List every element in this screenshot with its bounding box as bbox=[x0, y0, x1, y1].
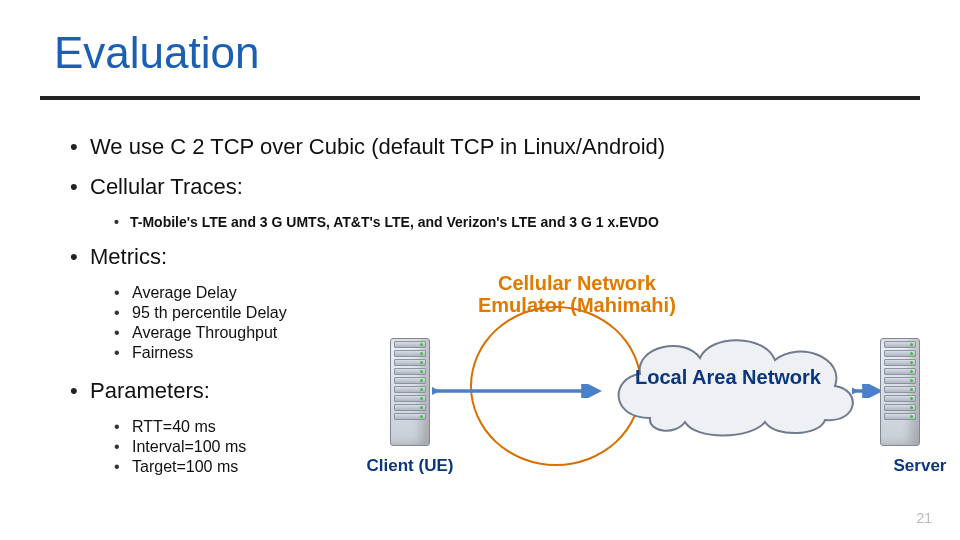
bullet-1-text: We use C 2 TCP over Cubic (default TCP i… bbox=[90, 134, 665, 159]
bullet-3: •Metrics: bbox=[70, 244, 920, 270]
bullet-dot-icon: • bbox=[114, 284, 132, 302]
metric-item: Average Delay bbox=[132, 284, 237, 301]
param-item: Interval=100 ms bbox=[132, 438, 246, 455]
bullet-dot-icon: • bbox=[114, 418, 132, 436]
bullet-4-text: Parameters: bbox=[90, 378, 210, 403]
page-number: 21 bbox=[916, 510, 932, 526]
bullet-2-sub-text: T-Mobile's LTE and 3 G UMTS, AT&T's LTE,… bbox=[130, 214, 659, 230]
network-diagram: Cellular Network Emulator (Mahimahi) Loc… bbox=[350, 298, 930, 508]
metric-item: 95 th percentile Delay bbox=[132, 304, 287, 321]
bullet-3-text: Metrics: bbox=[90, 244, 167, 269]
lan-cloud: Local Area Network bbox=[600, 328, 860, 438]
server-device: Server bbox=[880, 338, 920, 453]
bullet-2-text: Cellular Traces: bbox=[90, 174, 243, 199]
bullet-dot-icon: • bbox=[114, 214, 130, 230]
bullet-2: •Cellular Traces: bbox=[70, 174, 920, 200]
server-label: Server bbox=[870, 456, 960, 476]
lan-label: Local Area Network bbox=[635, 366, 821, 389]
bullet-dot-icon: • bbox=[70, 134, 90, 160]
bullet-dot-icon: • bbox=[70, 378, 90, 404]
metric-item: Fairness bbox=[132, 344, 193, 361]
client-label: Client (UE) bbox=[360, 456, 460, 476]
param-item: Target=100 ms bbox=[132, 458, 238, 475]
metric-item: Average Throughput bbox=[132, 324, 277, 341]
bullet-dot-icon: • bbox=[70, 244, 90, 270]
bullet-dot-icon: • bbox=[114, 438, 132, 456]
link-arrow-left bbox=[432, 384, 602, 398]
server-rack-icon bbox=[390, 338, 430, 446]
bullet-dot-icon: • bbox=[114, 304, 132, 322]
slide-title: Evaluation bbox=[54, 28, 259, 78]
title-divider bbox=[40, 96, 920, 100]
param-item: RTT=40 ms bbox=[132, 418, 216, 435]
emulator-label-line1: Cellular Network bbox=[478, 272, 676, 294]
bullet-dot-icon: • bbox=[114, 344, 132, 362]
server-rack-icon bbox=[880, 338, 920, 446]
bullet-dot-icon: • bbox=[114, 324, 132, 342]
bullet-dot-icon: • bbox=[114, 458, 132, 476]
bullet-dot-icon: • bbox=[70, 174, 90, 200]
bullet-1: •We use C 2 TCP over Cubic (default TCP … bbox=[70, 134, 920, 160]
bullet-2-sub: •T-Mobile's LTE and 3 G UMTS, AT&T's LTE… bbox=[114, 214, 920, 230]
client-device: Client (UE) bbox=[390, 338, 430, 453]
